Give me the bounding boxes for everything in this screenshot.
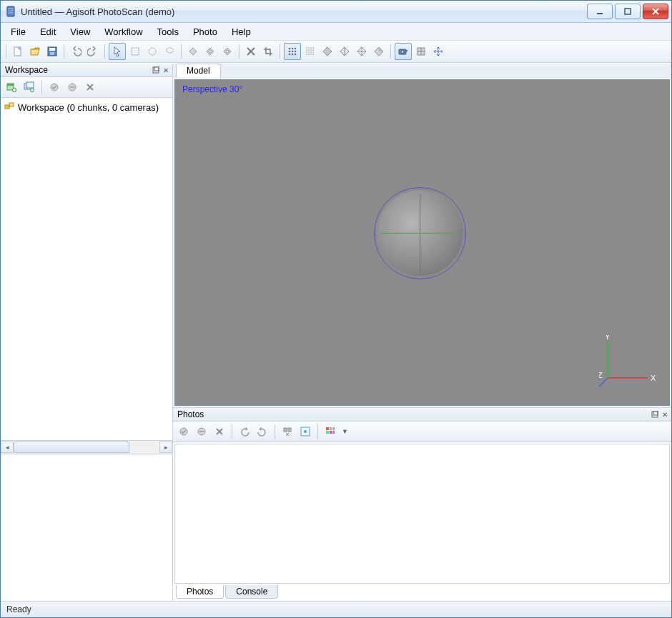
menu-help[interactable]: Help — [224, 24, 258, 39]
redo-button[interactable] — [85, 44, 101, 59]
menu-view[interactable]: View — [63, 24, 97, 39]
undo-button[interactable] — [68, 44, 84, 59]
move-region-button[interactable] — [185, 44, 201, 59]
app-icon — [5, 6, 16, 17]
scroll-thumb[interactable] — [14, 442, 129, 453]
svg-marker-15 — [189, 48, 197, 55]
axis-z-label: Z — [599, 371, 603, 379]
workspace-close-button[interactable]: ✕ — [161, 65, 171, 75]
enable-cameras-button[interactable] — [46, 79, 62, 95]
view-mode-button[interactable] — [322, 424, 338, 439]
workspace-hscrollbar[interactable]: ◂ ▸ — [1, 440, 172, 454]
photos-close-button[interactable]: ✕ — [660, 409, 670, 419]
svg-rect-0 — [7, 6, 14, 16]
disable-cameras-button[interactable] — [64, 79, 80, 95]
svg-point-19 — [226, 50, 229, 53]
circle-select-tool[interactable] — [144, 44, 160, 59]
crop-button[interactable] — [260, 44, 276, 59]
svg-marker-12 — [114, 47, 120, 56]
svg-point-33 — [310, 47, 312, 49]
add-chunk-button[interactable] — [4, 79, 19, 95]
solid-view-button[interactable] — [337, 44, 352, 59]
menu-workflow[interactable]: Workflow — [97, 24, 149, 39]
reset-filter-button[interactable] — [280, 424, 295, 439]
photos-undock-button[interactable] — [650, 409, 660, 419]
rect-select-tool[interactable] — [127, 44, 143, 59]
point-cloud-view-button[interactable] — [284, 43, 301, 60]
view-mode-dropdown[interactable]: ▼ — [342, 428, 348, 435]
open-button[interactable] — [27, 44, 43, 59]
svg-point-28 — [289, 54, 291, 56]
tab-model[interactable]: Model — [176, 64, 221, 78]
scroll-right-button[interactable]: ▸ — [159, 442, 172, 453]
svg-point-31 — [306, 47, 307, 49]
freeform-select-tool[interactable] — [162, 44, 177, 59]
svg-point-22 — [289, 48, 291, 50]
reset-view-button[interactable] — [430, 44, 446, 59]
svg-point-39 — [306, 51, 307, 53]
workspace-panel-header: Workspace ✕ — [1, 64, 172, 77]
shaded-view-button[interactable] — [320, 44, 335, 59]
workspace-root-icon — [4, 101, 15, 114]
show-cameras-button[interactable] — [395, 43, 412, 60]
delete-button[interactable] — [243, 44, 259, 59]
svg-point-46 — [312, 54, 314, 55]
scroll-left-button[interactable]: ◂ — [1, 442, 14, 453]
rotate-ccw-button[interactable] — [237, 424, 252, 439]
workspace-toolbar — [1, 77, 172, 98]
maximize-button[interactable] — [615, 4, 641, 19]
minimize-button[interactable] — [587, 4, 613, 19]
svg-rect-103 — [330, 427, 332, 430]
new-button[interactable] — [10, 44, 26, 59]
workspace-tree[interactable]: Workspace (0 chunks, 0 cameras) — [1, 98, 172, 440]
svg-rect-106 — [330, 431, 332, 434]
svg-point-43 — [306, 54, 307, 55]
rotate-region-button[interactable] — [219, 44, 235, 59]
menu-edit[interactable]: Edit — [33, 24, 63, 39]
remove-items-button[interactable] — [82, 79, 98, 95]
photos-enable-button[interactable] — [176, 424, 192, 439]
navigate-tool[interactable] — [109, 43, 126, 60]
svg-point-38 — [312, 49, 314, 51]
photos-remove-button[interactable] — [212, 424, 227, 439]
resize-region-button[interactable] — [202, 44, 218, 59]
rotate-cw-button[interactable] — [255, 424, 270, 439]
filter-by-point-button[interactable] — [297, 424, 313, 439]
svg-rect-10 — [49, 48, 55, 51]
menu-file[interactable]: File — [4, 24, 33, 39]
workspace-root-node[interactable]: Workspace (0 chunks, 0 cameras) — [4, 99, 169, 116]
titlebar: Untitled — Agisoft PhotoScan (demo) — [1, 1, 671, 23]
bottom-tab-console[interactable]: Console — [225, 585, 278, 599]
svg-point-32 — [308, 47, 310, 49]
model-viewport[interactable]: Perspective 30° X Y Z — [174, 79, 670, 406]
axis-y-label: Y — [605, 335, 611, 341]
photos-area[interactable] — [174, 444, 670, 584]
svg-rect-80 — [5, 105, 9, 109]
menu-tools[interactable]: Tools — [150, 24, 186, 39]
textured-view-button[interactable] — [371, 44, 387, 59]
photos-panel-header: Photos ✕ — [173, 408, 671, 422]
svg-point-36 — [308, 49, 310, 51]
svg-point-44 — [308, 54, 310, 55]
add-photos-button[interactable] — [21, 79, 37, 95]
svg-rect-11 — [50, 52, 54, 55]
svg-point-42 — [312, 51, 314, 53]
svg-point-41 — [310, 51, 312, 53]
workspace-undock-button[interactable] — [151, 65, 161, 75]
window-title: Untitled — Agisoft PhotoScan (demo) — [21, 6, 587, 17]
svg-point-56 — [401, 51, 404, 54]
save-button[interactable] — [44, 44, 60, 59]
svg-point-25 — [289, 51, 291, 53]
show-markers-button[interactable] — [413, 44, 429, 59]
main-toolbar — [1, 41, 671, 63]
menu-photo[interactable]: Photo — [186, 24, 224, 39]
svg-point-26 — [292, 51, 294, 53]
wireframe-view-button[interactable] — [354, 44, 370, 59]
photos-disable-button[interactable] — [194, 424, 209, 439]
dense-cloud-view-button[interactable] — [302, 44, 318, 59]
svg-point-27 — [295, 51, 297, 53]
bottom-tab-photos[interactable]: Photos — [176, 585, 224, 599]
svg-rect-5 — [625, 9, 631, 14]
close-button[interactable] — [643, 4, 668, 19]
left-aux-pane — [1, 454, 172, 601]
